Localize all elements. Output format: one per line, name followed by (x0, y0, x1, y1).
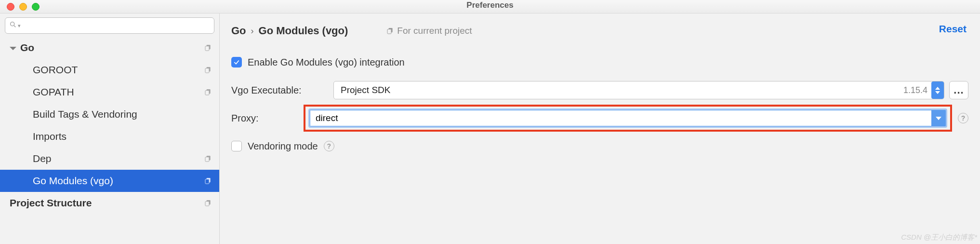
search-options-caret-icon[interactable]: ▾ (18, 23, 21, 29)
sidebar: ▾ Go GOROOT GOPATH Build Tags & Vendorin… (0, 14, 220, 244)
sidebar-item-label: Imports (33, 131, 212, 142)
sidebar-item-label: Dep (33, 153, 204, 164)
sidebar-search-input[interactable]: ▾ (5, 17, 214, 34)
vgo-executable-select[interactable]: Project SDK 1.15.4 (333, 81, 944, 99)
sidebar-item-go[interactable]: Go (0, 37, 219, 59)
vendoring-checkbox[interactable] (231, 141, 242, 151)
sidebar-item-dep[interactable]: Dep (0, 148, 219, 170)
svg-rect-9 (205, 157, 209, 162)
svg-rect-3 (205, 46, 209, 51)
search-icon (9, 21, 17, 30)
vgo-executable-version: 1.15.4 (903, 85, 927, 95)
titlebar: Preferences (0, 0, 980, 14)
highlight-box (304, 105, 952, 132)
sidebar-item-project-structure[interactable]: Project Structure (0, 192, 219, 214)
proxy-combobox[interactable] (308, 108, 947, 128)
vendoring-row: Vendoring mode ? (231, 132, 968, 160)
enable-go-modules-label: Enable Go Modules (vgo) integration (248, 57, 405, 68)
chevron-down-icon (936, 117, 941, 120)
breadcrumb: Go › Go Modules (vgo) For current projec… (231, 20, 968, 41)
check-icon (233, 59, 240, 66)
stepper-icon[interactable] (931, 81, 944, 99)
sidebar-item-go-modules[interactable]: Go Modules (vgo) (0, 170, 219, 192)
sidebar-search-row: ▾ (0, 14, 219, 37)
zoom-window-button[interactable] (32, 3, 40, 11)
breadcrumb-separator-icon: › (251, 26, 254, 36)
form: Enable Go Modules (vgo) integration Vgo … (231, 41, 968, 160)
copy-icon[interactable] (204, 44, 212, 52)
copy-icon[interactable] (204, 88, 212, 96)
sidebar-item-label: Project Structure (10, 197, 204, 209)
copy-icon[interactable] (204, 177, 212, 185)
content-pane: Go › Go Modules (vgo) For current projec… (220, 14, 980, 244)
watermark: CSDN @王小白的博客* (901, 233, 977, 242)
scope-label: For current project (397, 26, 472, 36)
enable-go-modules-checkbox[interactable] (231, 57, 242, 68)
copy-icon[interactable] (204, 155, 212, 163)
vgo-executable-row: Vgo Executable: Project SDK 1.15.4 ... (231, 76, 968, 104)
svg-point-0 (11, 22, 14, 26)
help-icon[interactable]: ? (958, 113, 968, 123)
minimize-window-button[interactable] (19, 3, 27, 11)
sidebar-item-imports[interactable]: Imports (0, 125, 219, 148)
sidebar-item-label: Go (20, 42, 204, 54)
copy-icon[interactable] (204, 66, 212, 74)
window-title: Preferences (466, 0, 513, 10)
breadcrumb-leaf: Go Modules (vgo) (259, 25, 348, 37)
browse-button[interactable]: ... (949, 81, 968, 99)
sidebar-item-build-tags[interactable]: Build Tags & Vendoring (0, 103, 219, 125)
proxy-dropdown-button[interactable] (931, 110, 946, 126)
svg-rect-11 (205, 179, 209, 184)
sidebar-tree: Go GOROOT GOPATH Build Tags & Vendoring … (0, 37, 219, 244)
chevron-up-icon (935, 87, 940, 90)
svg-rect-13 (205, 202, 209, 206)
proxy-row: Proxy: ? (231, 104, 968, 132)
sidebar-item-label: GOPATH (33, 86, 204, 98)
svg-rect-5 (205, 68, 209, 73)
sidebar-item-goroot[interactable]: GOROOT (0, 59, 219, 81)
sidebar-item-label: Go Modules (vgo) (33, 175, 204, 187)
window-controls (7, 3, 40, 11)
vgo-executable-value: Project SDK (341, 85, 903, 95)
copy-icon[interactable] (204, 199, 212, 207)
svg-rect-15 (387, 29, 391, 34)
vgo-executable-label: Vgo Executable: (231, 85, 333, 96)
chevron-down-icon (935, 91, 940, 94)
disclosure-triangle-icon[interactable] (10, 47, 16, 50)
svg-line-1 (14, 26, 15, 27)
svg-rect-7 (205, 91, 209, 95)
close-window-button[interactable] (7, 3, 14, 11)
vendoring-label: Vendoring mode (248, 141, 318, 152)
sidebar-item-gopath[interactable]: GOPATH (0, 81, 219, 103)
sidebar-item-label: GOROOT (33, 64, 204, 76)
copy-icon (386, 27, 394, 35)
breadcrumb-root[interactable]: Go (231, 25, 246, 37)
sidebar-item-label: Build Tags & Vendoring (33, 108, 212, 120)
help-icon[interactable]: ? (324, 141, 334, 151)
scope-badge: For current project (386, 26, 472, 36)
proxy-input[interactable] (310, 110, 931, 126)
enable-go-modules-row: Enable Go Modules (vgo) integration (231, 48, 968, 76)
main-area: ▾ Go GOROOT GOPATH Build Tags & Vendorin… (0, 14, 980, 244)
proxy-label: Proxy: (231, 113, 306, 124)
reset-button[interactable]: Reset (939, 23, 967, 35)
